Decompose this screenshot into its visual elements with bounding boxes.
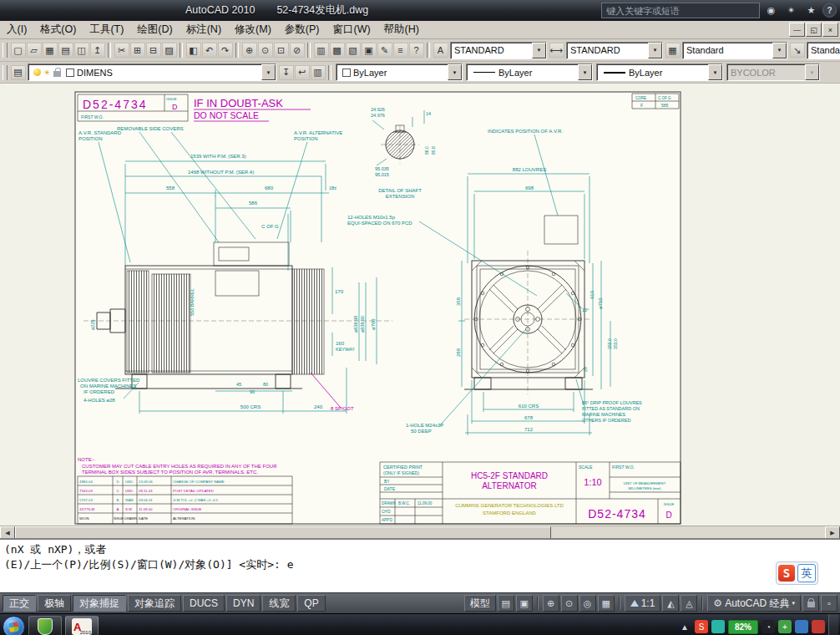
ime-language-badge[interactable]: 英 <box>797 564 816 582</box>
model-button[interactable]: 模型 <box>464 595 496 612</box>
block-editor-icon[interactable]: ◧ <box>186 43 201 58</box>
infocenter-search-input[interactable] <box>601 3 760 18</box>
properties-icon[interactable]: ▥ <box>314 43 329 58</box>
copy-icon[interactable]: ⊞ <box>130 43 145 58</box>
cut-icon[interactable]: ✂ <box>114 43 129 58</box>
toggle-ortho[interactable]: 正交 <box>3 595 36 612</box>
redo-icon[interactable]: ↷ <box>218 43 233 58</box>
chevron-down-icon[interactable]: ▼ <box>261 64 276 80</box>
taskbar-app-shield[interactable] <box>28 616 62 635</box>
sogou-icon[interactable]: S <box>778 565 795 582</box>
menu-tools[interactable]: 工具(T) <box>83 22 130 38</box>
layer-freeze-icon[interactable]: ☀ <box>43 69 50 77</box>
mleader-style-icon[interactable]: ↘ <box>790 43 805 58</box>
toggle-osnap[interactable]: 对象捕捉 <box>73 595 126 612</box>
tool-palettes-icon[interactable]: ▧ <box>346 43 361 58</box>
save-icon[interactable]: ▦ <box>43 43 58 58</box>
quick-view-layouts-icon[interactable]: ▤ <box>498 595 514 612</box>
scroll-right-icon[interactable]: ▶ <box>825 526 840 539</box>
toggle-polar[interactable]: 极轴 <box>38 595 71 612</box>
drawing-area[interactable]: D52-4734ISSUEDFIRST W.O.IF IN DOUBT-ASKD… <box>0 84 840 538</box>
chevron-down-icon[interactable]: ▼ <box>648 43 662 58</box>
publish-icon[interactable]: ↥ <box>90 43 105 58</box>
designcenter-icon[interactable]: ▩ <box>330 43 345 58</box>
zoom-previous-icon[interactable]: ⊘ <box>290 43 305 58</box>
toolbar-grip[interactable] <box>3 65 8 80</box>
menu-insert[interactable]: 入(I) <box>0 22 33 38</box>
command-window[interactable]: (nX 或 nXP)，或者 (E)/上一个(P)/比例(S)/窗口(W)/对象(… <box>0 538 840 592</box>
toggle-lineweight[interactable]: 线宽 <box>262 595 296 612</box>
tray-expand-icon[interactable]: ▲ <box>678 620 691 633</box>
taskbar-app-autocad[interactable]: A 2010 <box>65 616 99 635</box>
text-style-combo[interactable]: STANDARD▼ <box>450 42 547 59</box>
sheetset-manager-icon[interactable]: ▣ <box>362 43 377 58</box>
plot-icon[interactable]: ▤ <box>58 43 73 58</box>
scrollbar-track[interactable] <box>551 526 825 538</box>
messenger-tray-icon[interactable] <box>711 620 725 633</box>
doc-restore-button[interactable]: ◱ <box>806 23 822 37</box>
layer-lock-icon[interactable] <box>53 71 61 77</box>
doc-minimize-button[interactable]: — <box>789 23 805 37</box>
menu-help[interactable]: 帮助(H) <box>377 22 426 38</box>
layer-color-swatch[interactable] <box>66 69 74 77</box>
steering-wheel-icon[interactable]: ◎ <box>579 595 596 612</box>
make-object-layer-current-icon[interactable]: ↧ <box>279 65 294 80</box>
favorites-icon[interactable]: ★ <box>802 3 820 18</box>
dim-style-combo[interactable]: STANDARD▼ <box>566 42 663 59</box>
menu-format[interactable]: 格式(O) <box>33 22 83 38</box>
start-button[interactable] <box>3 616 25 635</box>
download-tray-icon[interactable] <box>812 620 825 633</box>
menu-dimension[interactable]: 标注(N) <box>180 22 228 38</box>
layer-previous-icon[interactable]: ↩ <box>295 65 310 80</box>
show-desktop-button[interactable] <box>828 614 838 635</box>
scrollbar-thumb[interactable] <box>15 526 551 539</box>
layer-combo[interactable]: ☀ DIMENS ▼ <box>28 64 276 81</box>
annotation-visibility-icon[interactable]: ◭ <box>662 595 679 612</box>
sogou-tray-icon[interactable]: S <box>695 620 708 633</box>
lineweight-combo[interactable]: ByLayer ▼ <box>596 64 723 81</box>
toggle-quick-properties[interactable]: QP <box>297 595 325 612</box>
quick-view-drawings-icon[interactable]: ▣ <box>516 595 533 612</box>
chevron-down-icon[interactable]: ▼ <box>708 64 722 80</box>
search-icon[interactable]: ◉ <box>762 3 780 18</box>
chevron-down-icon[interactable]: ▼ <box>772 43 787 58</box>
chevron-down-icon[interactable]: ▼ <box>532 43 546 58</box>
show-motion-icon[interactable]: ▦ <box>598 595 615 612</box>
text-style-icon[interactable]: A <box>433 43 448 58</box>
linetype-combo[interactable]: ByLayer ▼ <box>466 64 593 81</box>
clean-screen-button[interactable]: ▫ <box>821 595 837 612</box>
battery-indicator[interactable]: 82% <box>728 620 758 634</box>
color-combo[interactable]: ByLayer ▼ <box>336 64 463 81</box>
paste-icon[interactable]: ⊟ <box>146 43 161 58</box>
new-icon[interactable]: ▢ <box>11 43 26 58</box>
chevron-down-icon[interactable]: ▼ <box>578 64 592 80</box>
layer-on-icon[interactable] <box>33 69 41 76</box>
toolbar-grip[interactable] <box>3 43 8 58</box>
table-style-icon[interactable]: ▦ <box>665 43 681 58</box>
pan-tool-icon[interactable]: ⊕ <box>543 595 559 612</box>
workspace-switcher[interactable]: ⚙ AutoCAD 经典 ▾ <box>707 595 801 612</box>
quickcalc-icon[interactable]: ≡ <box>393 43 408 58</box>
annotation-scale-button[interactable]: 1:1 <box>625 595 661 612</box>
toggle-dyn[interactable]: DYN <box>226 595 261 612</box>
undo-icon[interactable]: ↶ <box>202 43 217 58</box>
markup-icon[interactable]: ✎ <box>377 43 392 58</box>
toggle-otrack[interactable]: 对象追踪 <box>128 595 181 612</box>
antivirus-tray-icon[interactable]: + <box>778 620 792 633</box>
menu-parametric[interactable]: 参数(P) <box>278 22 326 38</box>
scroll-left-icon[interactable]: ◀ <box>0 526 15 539</box>
zoom-tool-icon[interactable]: ⊙ <box>561 595 578 612</box>
zoom-realtime-icon[interactable]: ⊙ <box>258 43 273 58</box>
chevron-down-icon[interactable]: ▼ <box>448 64 462 80</box>
menu-modify[interactable]: 修改(M) <box>228 22 278 38</box>
menu-window[interactable]: 窗口(W) <box>326 22 377 38</box>
horizontal-scrollbar[interactable]: ◀ ▶ <box>0 526 840 538</box>
toolbar-lock-button[interactable] <box>802 595 819 612</box>
open-icon[interactable]: ▱ <box>27 43 42 58</box>
browser-tray-icon[interactable] <box>795 620 808 633</box>
plot-preview-icon[interactable]: ◫ <box>74 43 89 58</box>
ime-toolbar[interactable]: S 英 <box>776 561 818 585</box>
drawing-canvas[interactable]: D52-4734ISSUEDFIRST W.O.IF IN DOUBT-ASKD… <box>0 84 840 526</box>
pan-icon[interactable]: ⊕ <box>242 43 257 58</box>
menu-draw[interactable]: 绘图(D) <box>130 22 179 38</box>
